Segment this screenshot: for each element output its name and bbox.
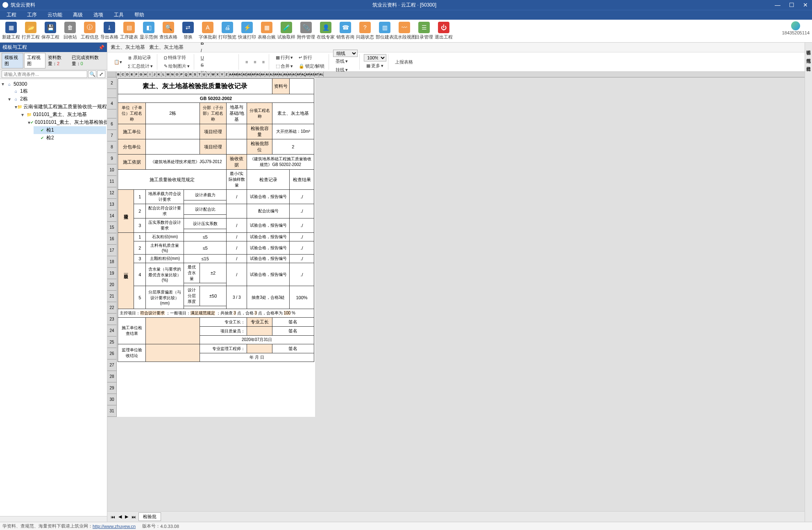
col-header-P[interactable]: P <box>179 72 184 77</box>
col-header-V[interactable]: V <box>206 72 211 77</box>
left-hscroll[interactable] <box>0 516 107 522</box>
row-header-26[interactable]: 26 <box>107 348 116 359</box>
toolbar-目录管理[interactable]: ☰目录管理 <box>415 21 433 41</box>
toolbar-快速打印[interactable]: ⚡快速打印 <box>238 21 256 41</box>
search-button[interactable]: 🔍 <box>88 71 96 78</box>
row-header-[interactable] <box>107 89 116 98</box>
row-header-28[interactable]: 28 <box>107 371 116 382</box>
menu-4[interactable]: 选项 <box>88 10 108 20</box>
row-header-10[interactable]: 10 <box>107 164 116 176</box>
more-button[interactable]: ▦更多▾ <box>364 61 386 70</box>
col-header-L[interactable]: L <box>161 72 166 77</box>
tree-check-2[interactable]: ✔检2 <box>34 134 106 142</box>
col-header-AF[interactable]: AF <box>252 72 256 77</box>
row-header-4[interactable]: 4 <box>107 98 116 109</box>
row-header-14[interactable]: 14 <box>107 210 116 222</box>
summary-button[interactable]: Σ汇总统计▾ <box>125 62 155 71</box>
right-tab-0[interactable]: 普本说明 <box>805 45 812 48</box>
toolbar-销售咨询[interactable]: ☎销售咨询 <box>336 21 355 41</box>
sheet-nav-first[interactable]: ⏮ <box>109 514 117 519</box>
italic-button[interactable]: I <box>198 47 237 54</box>
col-header-F[interactable]: F <box>134 72 139 77</box>
col-header-AN[interactable]: AN <box>288 72 292 77</box>
row-header-27[interactable]: 27 <box>107 359 116 371</box>
menu-3[interactable]: 高级 <box>68 10 88 20</box>
toolbar-表格台账[interactable]: ▦表格台账 <box>257 21 276 41</box>
row-header-18[interactable]: 18 <box>107 256 116 268</box>
row-header-29[interactable]: 29 <box>107 382 116 394</box>
col-header-N[interactable]: N <box>170 72 175 77</box>
col-header-AD[interactable]: AD <box>243 72 247 77</box>
col-header-E[interactable]: E <box>130 72 134 77</box>
tree-category[interactable]: ▾📁010101_素土、灰土地基 <box>20 111 106 118</box>
toolbar-替换[interactable]: ⇄替换 <box>179 21 197 41</box>
ink-line-button[interactable]: 墨线▾ <box>333 57 358 66</box>
col-header-J[interactable]: J <box>152 72 157 77</box>
col-header-G[interactable]: G <box>139 72 143 77</box>
maximize-button[interactable]: ☐ <box>787 2 796 8</box>
toolbar-字体批刷[interactable]: A字体批刷 <box>198 21 217 41</box>
row-col-button[interactable]: ▦行列▾ <box>273 53 295 62</box>
row-header-25[interactable]: 25 <box>107 337 116 348</box>
tree-spec[interactable]: ▾📁云南省建筑工程施工质量验收统一规程 DBJ53/T-23-2014 <box>14 103 106 111</box>
col-header-AG[interactable]: AG <box>256 72 261 77</box>
col-header-AQ[interactable]: AQ <box>301 72 306 77</box>
wrap-button[interactable]: ↵折行 <box>296 53 327 62</box>
align-center-button[interactable]: ≡ <box>251 58 259 66</box>
col-header-AL[interactable]: AL <box>279 72 283 77</box>
row-header-30[interactable]: 30 <box>107 394 116 405</box>
col-header-M[interactable]: M <box>166 72 170 77</box>
toolbar-附件管理[interactable]: 📎附件管理 <box>297 21 315 41</box>
col-header-AH[interactable]: AH <box>261 72 265 77</box>
col-header-D[interactable]: D <box>125 72 130 77</box>
toolbar-工序建表[interactable]: ▤工序建表 <box>120 21 138 41</box>
col-header-AR[interactable]: AR <box>306 72 310 77</box>
col-header-AA[interactable]: AA <box>229 72 234 77</box>
col-header-AK[interactable]: AK <box>274 72 279 77</box>
status-link[interactable]: http://www.zhuyew.cn <box>93 524 136 529</box>
right-tab-1[interactable]: 范例规范 <box>805 53 812 57</box>
draw-pic-button[interactable]: ✎绘制图片▾ <box>161 62 192 71</box>
col-header-O[interactable]: O <box>175 72 179 77</box>
row-header-8[interactable]: 8 <box>107 141 116 153</box>
toolbar-导出表格[interactable]: ⤓导出表格 <box>100 21 119 41</box>
col-header-H[interactable]: H <box>143 72 148 77</box>
menu-6[interactable]: 帮助 <box>129 10 149 20</box>
toolbar-问题状态[interactable]: ?问题状态 <box>356 21 374 41</box>
paste-button[interactable]: 📋▾ <box>111 58 125 66</box>
toolbar-回收站[interactable]: 🗑回收站 <box>61 21 79 41</box>
align-left-button[interactable]: ≡ <box>243 58 250 66</box>
underline-button[interactable]: U <box>198 54 237 61</box>
menu-1[interactable]: 工序 <box>22 10 42 20</box>
row-header-2[interactable]: 2 <box>107 77 116 89</box>
strike-button[interactable]: S <box>198 61 237 69</box>
toolbar-新建工程[interactable]: ▦新建工程 <box>2 21 20 41</box>
tree-check-1[interactable]: ✔检1 <box>34 126 106 134</box>
docno-value[interactable] <box>290 79 314 94</box>
menu-5[interactable]: 工具 <box>109 10 129 20</box>
row-header-23[interactable]: 23 <box>107 314 116 325</box>
merge-button[interactable]: ⬚合并▾ <box>273 62 295 71</box>
row-header-31[interactable]: 31 <box>107 405 116 417</box>
col-header-AB[interactable]: AB <box>234 72 238 77</box>
bold-button[interactable]: B <box>198 43 237 47</box>
toolbar-退出工程[interactable]: ⏻退出工程 <box>434 21 453 41</box>
toolbar-打印预览[interactable]: 🖨打印预览 <box>218 21 237 41</box>
tab-project-view[interactable]: 工程视图 <box>24 53 46 68</box>
sheet-nav-last[interactable]: ⏭ <box>130 514 138 519</box>
col-header-AS[interactable]: AS <box>310 72 315 77</box>
form-table[interactable]: 素土、灰土地基检验批质量验收记录 资料号 GB 50202-2002 单位（子单… <box>118 78 314 362</box>
zoom-select[interactable]: 100% <box>364 54 386 61</box>
expand-button[interactable]: ⤢ <box>97 71 105 78</box>
row-header-6[interactable]: 6 <box>107 118 116 130</box>
col-header-AT[interactable]: AT <box>315 72 319 77</box>
col-header-AP[interactable]: AP <box>297 72 301 77</box>
row-header-20[interactable]: 20 <box>107 279 116 291</box>
row-header-21[interactable]: 21 <box>107 291 116 302</box>
row-header-13[interactable]: 13 <box>107 199 116 210</box>
toolbar-工程信息[interactable]: ⓘ工程信息 <box>80 21 99 41</box>
tree-building-2[interactable]: ▾⌂2栋 <box>7 95 106 103</box>
menu-2[interactable]: 云功能 <box>43 10 67 20</box>
col-header-S[interactable]: S <box>193 72 197 77</box>
toolbar-打开工程[interactable]: 📂打开工程 <box>21 21 40 41</box>
